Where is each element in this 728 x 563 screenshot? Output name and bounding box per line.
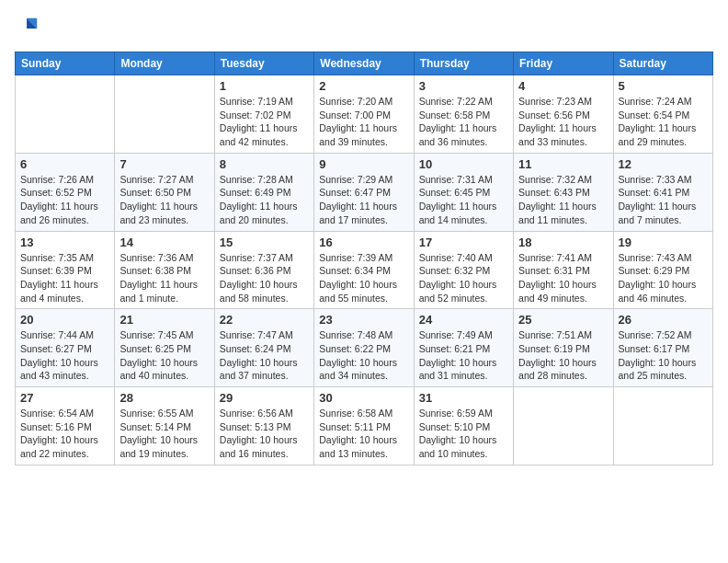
day-number: 10	[419, 157, 508, 171]
day-of-week-header: Wednesday	[314, 52, 414, 75]
day-number: 8	[220, 157, 309, 171]
logo-icon	[15, 15, 40, 40]
day-info: Sunrise: 7:35 AM Sunset: 6:39 PM Dayligh…	[20, 251, 109, 305]
day-number: 7	[119, 157, 209, 171]
day-info: Sunrise: 6:59 AM Sunset: 5:10 PM Dayligh…	[419, 407, 508, 461]
day-info: Sunrise: 7:22 AM Sunset: 6:58 PM Dayligh…	[419, 95, 508, 149]
day-number: 6	[20, 157, 109, 171]
day-number: 12	[619, 157, 708, 171]
day-info: Sunrise: 6:56 AM Sunset: 5:13 PM Dayligh…	[220, 407, 309, 461]
calendar-header-row: SundayMondayTuesdayWednesdayThursdayFrid…	[16, 52, 713, 75]
day-info: Sunrise: 7:33 AM Sunset: 6:41 PM Dayligh…	[619, 173, 708, 227]
day-info: Sunrise: 7:49 AM Sunset: 6:21 PM Dayligh…	[419, 328, 508, 383]
calendar-cell: 13Sunrise: 7:35 AM Sunset: 6:39 PM Dayli…	[16, 231, 115, 309]
day-number: 30	[319, 391, 408, 405]
calendar-cell: 26Sunrise: 7:52 AM Sunset: 6:17 PM Dayli…	[613, 309, 712, 387]
calendar-week-row: 1Sunrise: 7:19 AM Sunset: 7:02 PM Daylig…	[16, 75, 713, 154]
calendar-week-row: 13Sunrise: 7:35 AM Sunset: 6:39 PM Dayli…	[16, 231, 713, 309]
calendar-cell: 10Sunrise: 7:31 AM Sunset: 6:45 PM Dayli…	[414, 153, 513, 231]
calendar-cell: 2Sunrise: 7:20 AM Sunset: 7:00 PM Daylig…	[314, 75, 414, 154]
day-number: 27	[20, 391, 109, 405]
calendar-cell: 14Sunrise: 7:36 AM Sunset: 6:38 PM Dayli…	[115, 231, 214, 309]
day-number: 24	[419, 313, 508, 327]
calendar-cell: 5Sunrise: 7:24 AM Sunset: 6:54 PM Daylig…	[613, 75, 712, 154]
day-info: Sunrise: 7:43 AM Sunset: 6:29 PM Dayligh…	[619, 251, 708, 305]
day-info: Sunrise: 7:28 AM Sunset: 6:49 PM Dayligh…	[220, 173, 309, 227]
calendar-cell: 7Sunrise: 7:27 AM Sunset: 6:50 PM Daylig…	[115, 153, 214, 231]
calendar-cell: 11Sunrise: 7:32 AM Sunset: 6:43 PM Dayli…	[514, 153, 613, 231]
calendar-week-row: 20Sunrise: 7:44 AM Sunset: 6:27 PM Dayli…	[16, 309, 713, 387]
calendar-cell: 24Sunrise: 7:49 AM Sunset: 6:21 PM Dayli…	[414, 309, 513, 387]
day-info: Sunrise: 7:47 AM Sunset: 6:24 PM Dayligh…	[220, 328, 309, 383]
calendar-cell: 4Sunrise: 7:23 AM Sunset: 6:56 PM Daylig…	[514, 75, 613, 154]
day-number: 1	[220, 79, 309, 93]
day-info: Sunrise: 7:45 AM Sunset: 6:25 PM Dayligh…	[119, 328, 209, 383]
calendar-cell: 23Sunrise: 7:48 AM Sunset: 6:22 PM Dayli…	[314, 309, 414, 387]
day-info: Sunrise: 7:40 AM Sunset: 6:32 PM Dayligh…	[419, 251, 508, 305]
day-number: 26	[619, 313, 708, 327]
day-of-week-header: Sunday	[16, 52, 115, 75]
calendar-cell: 30Sunrise: 6:58 AM Sunset: 5:11 PM Dayli…	[314, 387, 414, 465]
calendar-cell: 15Sunrise: 7:37 AM Sunset: 6:36 PM Dayli…	[214, 231, 313, 309]
day-of-week-header: Monday	[115, 52, 214, 75]
calendar-cell: 3Sunrise: 7:22 AM Sunset: 6:58 PM Daylig…	[414, 75, 513, 154]
day-number: 22	[220, 313, 309, 327]
calendar-cell: 8Sunrise: 7:28 AM Sunset: 6:49 PM Daylig…	[214, 153, 313, 231]
day-info: Sunrise: 7:24 AM Sunset: 6:54 PM Dayligh…	[619, 95, 708, 149]
calendar-cell: 25Sunrise: 7:51 AM Sunset: 6:19 PM Dayli…	[514, 309, 613, 387]
calendar-cell: 12Sunrise: 7:33 AM Sunset: 6:41 PM Dayli…	[613, 153, 712, 231]
day-of-week-header: Thursday	[414, 52, 513, 75]
day-info: Sunrise: 7:44 AM Sunset: 6:27 PM Dayligh…	[20, 328, 109, 383]
day-number: 31	[419, 391, 508, 405]
day-info: Sunrise: 7:37 AM Sunset: 6:36 PM Dayligh…	[220, 251, 309, 305]
day-number: 15	[220, 236, 309, 249]
day-info: Sunrise: 7:31 AM Sunset: 6:45 PM Dayligh…	[419, 173, 508, 227]
day-info: Sunrise: 7:52 AM Sunset: 6:17 PM Dayligh…	[619, 328, 708, 383]
day-number: 5	[619, 79, 708, 93]
day-number: 14	[119, 236, 209, 249]
calendar-table: SundayMondayTuesdayWednesdayThursdayFrid…	[15, 52, 713, 465]
calendar-cell: 21Sunrise: 7:45 AM Sunset: 6:25 PM Dayli…	[115, 309, 214, 387]
calendar-cell: 19Sunrise: 7:43 AM Sunset: 6:29 PM Dayli…	[613, 231, 712, 309]
day-number: 19	[619, 236, 708, 249]
day-number: 29	[220, 391, 309, 405]
day-info: Sunrise: 7:19 AM Sunset: 7:02 PM Dayligh…	[220, 95, 309, 149]
day-info: Sunrise: 7:41 AM Sunset: 6:31 PM Dayligh…	[518, 251, 608, 305]
day-info: Sunrise: 7:51 AM Sunset: 6:19 PM Dayligh…	[518, 328, 608, 383]
day-number: 3	[419, 79, 508, 93]
day-info: Sunrise: 7:20 AM Sunset: 7:00 PM Dayligh…	[319, 95, 408, 149]
day-number: 21	[119, 313, 209, 327]
day-info: Sunrise: 7:32 AM Sunset: 6:43 PM Dayligh…	[518, 173, 608, 227]
page-header	[15, 15, 713, 40]
day-number: 18	[518, 236, 608, 249]
day-number: 23	[319, 313, 408, 327]
day-number: 4	[518, 79, 608, 93]
logo	[15, 15, 44, 40]
day-number: 17	[419, 236, 508, 249]
day-info: Sunrise: 7:27 AM Sunset: 6:50 PM Dayligh…	[119, 173, 209, 227]
calendar-cell: 6Sunrise: 7:26 AM Sunset: 6:52 PM Daylig…	[16, 153, 115, 231]
calendar-cell: 27Sunrise: 6:54 AM Sunset: 5:16 PM Dayli…	[16, 387, 115, 465]
day-number: 28	[119, 391, 209, 405]
calendar-cell: 16Sunrise: 7:39 AM Sunset: 6:34 PM Dayli…	[314, 231, 414, 309]
day-info: Sunrise: 7:29 AM Sunset: 6:47 PM Dayligh…	[319, 173, 408, 227]
day-number: 2	[319, 79, 408, 93]
day-info: Sunrise: 6:54 AM Sunset: 5:16 PM Dayligh…	[20, 407, 109, 461]
day-info: Sunrise: 7:48 AM Sunset: 6:22 PM Dayligh…	[319, 328, 408, 383]
calendar-cell: 29Sunrise: 6:56 AM Sunset: 5:13 PM Dayli…	[214, 387, 313, 465]
day-info: Sunrise: 7:36 AM Sunset: 6:38 PM Dayligh…	[119, 251, 209, 305]
calendar-cell	[16, 75, 115, 154]
day-info: Sunrise: 7:26 AM Sunset: 6:52 PM Dayligh…	[20, 173, 109, 227]
day-info: Sunrise: 6:55 AM Sunset: 5:14 PM Dayligh…	[119, 407, 209, 461]
calendar-cell	[115, 75, 214, 154]
day-number: 9	[319, 157, 408, 171]
day-number: 13	[20, 236, 109, 249]
calendar-cell: 18Sunrise: 7:41 AM Sunset: 6:31 PM Dayli…	[514, 231, 613, 309]
day-of-week-header: Tuesday	[214, 52, 313, 75]
calendar-week-row: 6Sunrise: 7:26 AM Sunset: 6:52 PM Daylig…	[16, 153, 713, 231]
calendar-cell: 20Sunrise: 7:44 AM Sunset: 6:27 PM Dayli…	[16, 309, 115, 387]
day-info: Sunrise: 7:39 AM Sunset: 6:34 PM Dayligh…	[319, 251, 408, 305]
calendar-cell: 31Sunrise: 6:59 AM Sunset: 5:10 PM Dayli…	[414, 387, 513, 465]
day-info: Sunrise: 6:58 AM Sunset: 5:11 PM Dayligh…	[319, 407, 408, 461]
calendar-cell	[613, 387, 712, 465]
